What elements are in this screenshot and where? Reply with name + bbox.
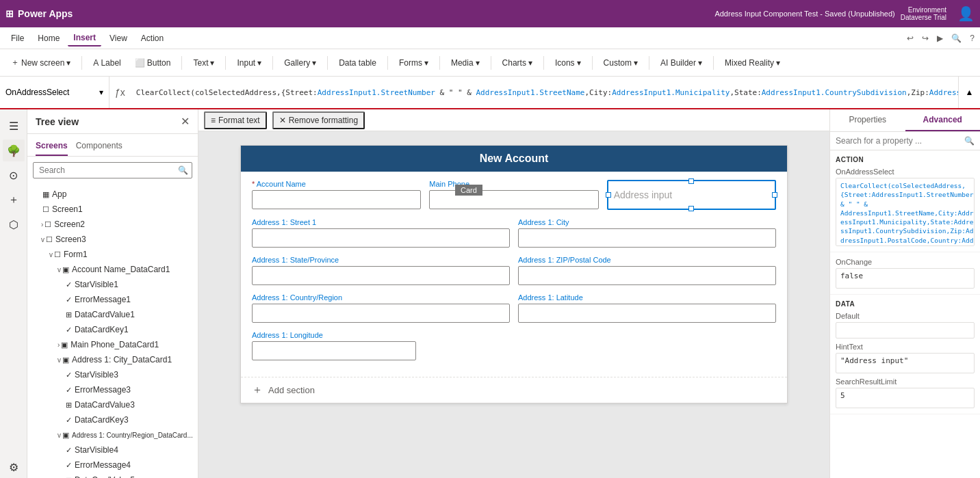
tree-item-starvisible4[interactable]: ✓ StarVisible4 — [27, 442, 198, 457]
button-button[interactable]: ⬜ Button — [129, 55, 177, 70]
tree-item-city-datacard[interactable]: v ▣ Address 1: City_DataCard1 — [27, 352, 198, 367]
tree-item-screen1[interactable]: ☐ Screen1 — [27, 202, 198, 217]
resize-handle-right[interactable] — [772, 192, 777, 198]
sidebar-header: Tree view ✕ — [27, 109, 198, 134]
rail-bottom-icon[interactable]: ⚙ — [3, 456, 25, 478]
menu-action[interactable]: Action — [136, 31, 169, 46]
tree-item-datacardvalue1[interactable]: ⊞ DataCardValue1 — [27, 307, 198, 322]
new-screen-button[interactable]: ＋ New screen ▾ — [5, 54, 76, 71]
help-icon[interactable]: ? — [970, 34, 975, 43]
menu-view[interactable]: View — [104, 31, 133, 46]
formula-bar: OnAddressSelect ▾ ƒx ClearCollect(colSel… — [0, 77, 980, 109]
formula-expand-button[interactable]: ▲ — [958, 77, 980, 108]
field-input-street1[interactable] — [252, 228, 510, 248]
text-button[interactable]: Text ▾ — [188, 55, 220, 70]
add-section-button[interactable]: ＋ Add section — [241, 377, 787, 403]
action-section-title: ACTION — [836, 156, 975, 163]
address-input-box[interactable]: Address input — [607, 180, 776, 210]
component-icon: ⊞ — [66, 476, 72, 479]
label-button[interactable]: A Label — [88, 55, 126, 70]
redo-icon[interactable]: ↪ — [922, 34, 929, 43]
format-text-button[interactable]: ≡ Format text — [204, 111, 267, 129]
field-input-account-name[interactable] — [252, 190, 421, 209]
sidebar-close-button[interactable]: ✕ — [181, 115, 190, 128]
formula-selector[interactable]: OnAddressSelect ▾ — [0, 77, 109, 108]
hinttext-value[interactable]: "Address input" — [836, 353, 975, 373]
custom-button[interactable]: Custom ▾ — [598, 55, 643, 70]
waffle-icon[interactable]: ⊞ — [5, 8, 14, 19]
rail-tree-icon[interactable]: 🌳 — [3, 140, 25, 161]
tree-item-country-datacard[interactable]: v ▣ Address 1: Country/Region_DataCard..… — [27, 427, 198, 442]
field-input-country[interactable] — [252, 304, 510, 323]
searchresultlimit-value[interactable]: 5 — [836, 388, 975, 408]
tree-item-errormessage4[interactable]: ✓ ErrorMessage4 — [27, 457, 198, 473]
menu-home[interactable]: Home — [32, 31, 65, 46]
field-input-latitude[interactable] — [518, 304, 776, 323]
app-logo[interactable]: ⊞ Power Apps — [5, 8, 73, 19]
field-state: Address 1: State/Province — [252, 256, 510, 285]
resize-handle-left[interactable] — [606, 192, 611, 198]
top-bar-right: Address Input Component Test - Saved (Un… — [714, 5, 975, 22]
resize-handle-top[interactable] — [688, 178, 694, 184]
tab-advanced[interactable]: Advanced — [905, 109, 981, 131]
forms-button[interactable]: Forms ▾ — [394, 55, 434, 70]
menu-insert[interactable]: Insert — [68, 30, 101, 47]
chevron-down-icon: ▾ — [257, 58, 261, 68]
ai-builder-button[interactable]: AI Builder ▾ — [655, 55, 708, 70]
user-search-icon[interactable]: 🔍 — [951, 34, 962, 43]
sidebar-tab-components[interactable]: Components — [76, 137, 122, 156]
tree-item-label: ErrorMessage4 — [75, 460, 131, 470]
onchange-value[interactable]: false — [836, 268, 975, 289]
rail-plus-icon[interactable]: ＋ — [3, 189, 25, 211]
tree-item-datacardvalue5[interactable]: ⊞ DataCardValue5 — [27, 473, 198, 478]
tree-item-form1[interactable]: v ☐ Form1 — [27, 247, 198, 262]
tree-item-label: StarVisible1 — [75, 280, 118, 289]
tree-item-errormessage3[interactable]: ✓ ErrorMessage3 — [27, 382, 198, 397]
rail-menu-icon[interactable]: ☰ — [3, 115, 25, 137]
mixed-reality-button[interactable]: Mixed Reality ▾ — [719, 55, 786, 70]
menu-file[interactable]: File — [5, 31, 29, 46]
icons-button[interactable]: Icons ▾ — [550, 55, 586, 70]
field-input-zip[interactable] — [518, 266, 776, 285]
search-input[interactable] — [33, 162, 192, 178]
rail-components-icon[interactable]: ⬡ — [3, 213, 25, 235]
top-bar: ⊞ Power Apps Address Input Component Tes… — [0, 0, 980, 27]
charts-button[interactable]: Charts ▾ — [497, 55, 538, 70]
tree-item-mainphone-datacard[interactable]: › ▣ Main Phone_DataCard1 — [27, 337, 198, 352]
user-icon[interactable]: 👤 — [957, 5, 975, 22]
undo-icon[interactable]: ↩ — [907, 34, 914, 43]
tree-item-label: StarVisible4 — [75, 445, 118, 455]
default-value[interactable] — [836, 322, 975, 338]
tree-item-datacardkey3[interactable]: ✓ DataCardKey3 — [27, 412, 198, 427]
tree-item-screen2[interactable]: › ☐ Screen2 — [27, 217, 198, 232]
field-input-longitude[interactable] — [252, 341, 416, 360]
rail-data-icon[interactable]: ⊙ — [3, 164, 25, 186]
formula-equals-sign: ƒx — [109, 87, 131, 98]
tab-properties[interactable]: Properties — [830, 109, 905, 131]
play-icon[interactable]: ▶ — [937, 34, 943, 43]
tree-item-starvisible1[interactable]: ✓ StarVisible1 — [27, 277, 198, 292]
chevron-down-icon: ▾ — [528, 58, 532, 68]
tree-item-label: ErrorMessage1 — [75, 295, 131, 304]
formula-content[interactable]: ClearCollect(colSelectedAddress,{Street:… — [131, 85, 958, 100]
tree-item-screen3[interactable]: v ☐ Screen3 — [27, 232, 198, 247]
property-search-input[interactable] — [836, 136, 962, 146]
field-street1: Address 1: Street 1 — [252, 218, 510, 248]
tree-item-datacardvalue3[interactable]: ⊞ DataCardValue3 — [27, 397, 198, 412]
field-input-city[interactable] — [518, 228, 776, 248]
field-input-state[interactable] — [252, 266, 510, 285]
chevron-down-icon: ▾ — [698, 58, 702, 68]
data-table-button[interactable]: Data table — [333, 55, 382, 70]
tree-item-starvisible3[interactable]: ✓ StarVisible3 — [27, 367, 198, 382]
gallery-button[interactable]: Gallery ▾ — [279, 55, 322, 70]
input-button[interactable]: Input ▾ — [231, 55, 267, 70]
media-button[interactable]: Media ▾ — [446, 55, 485, 70]
resize-handle-bottom[interactable] — [688, 206, 694, 211]
remove-formatting-button[interactable]: ✕ Remove formatting — [272, 111, 365, 129]
tree-item-account-name-datacard[interactable]: v ▣ Account Name_DataCard1 — [27, 262, 198, 277]
sidebar-tab-screens[interactable]: Screens — [36, 137, 68, 156]
tree-item-datacardkey1[interactable]: ✓ DataCardKey1 — [27, 322, 198, 337]
on-address-select-value[interactable]: ClearCollect(colSelectedAddress,{Street:… — [836, 178, 975, 246]
tree-item-errormessage1[interactable]: ✓ ErrorMessage1 — [27, 292, 198, 307]
tree-item-app[interactable]: ▦ App — [27, 187, 198, 202]
